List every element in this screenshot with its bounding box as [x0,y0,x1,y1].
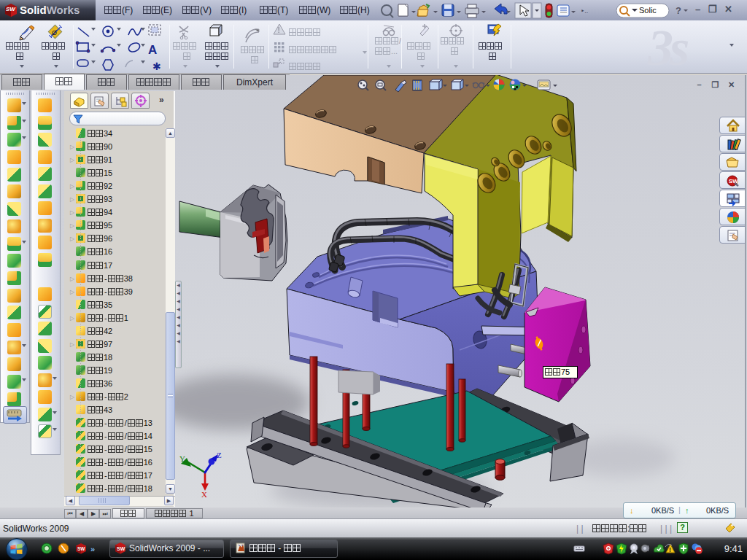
svg-text:?: ? [676,5,681,16]
svg-text:Z: Z [217,451,222,459]
svg-text:A: A [148,43,157,57]
svg-text:‣..: ‣.. [581,7,588,15]
svg-text:Y: Y [179,454,185,463]
svg-text:SW: SW [117,546,125,551]
svg-text:SW: SW [729,178,738,184]
svg-text:X: X [201,490,207,499]
svg-text:Solic: Solic [639,6,657,15]
svg-text:SW: SW [77,546,85,551]
svg-text:Ø: Ø [52,29,57,36]
svg-text:!: ! [669,546,671,553]
svg-text:SW: SW [6,6,16,12]
svg-text:»: » [90,545,95,553]
svg-text:✱: ✱ [152,61,161,72]
svg-text:!: ! [278,26,280,34]
